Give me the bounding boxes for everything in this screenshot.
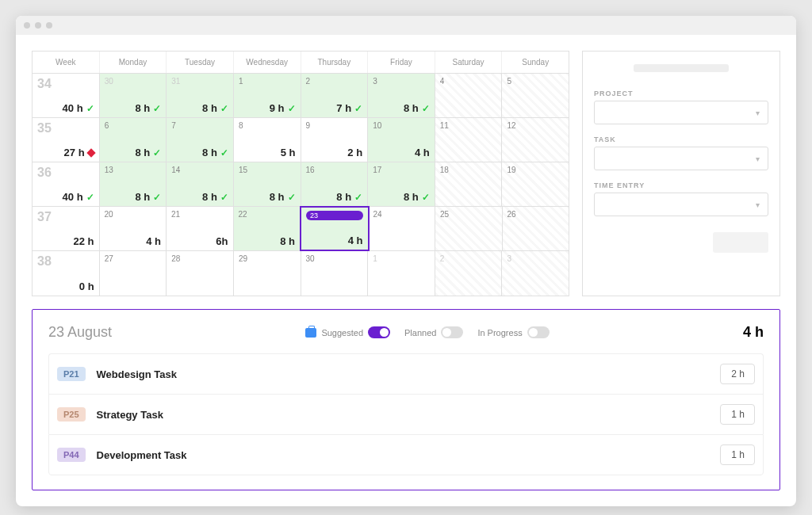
filter-suggested: Suggested — [305, 326, 390, 338]
calendar-day-cell[interactable]: 28 — [167, 251, 234, 296]
calendar-day-cell[interactable]: 92 h — [301, 118, 369, 162]
day-detail-panel: 23 August Suggested Planned In Progress — [32, 309, 780, 490]
calendar: WeekMondayTuesdayWednesdayThursdayFriday… — [32, 51, 569, 296]
calendar-day-cell[interactable]: 68 h✓ — [100, 118, 167, 162]
calendar-day-cell[interactable]: 148 h✓ — [167, 162, 234, 206]
calendar-day-cell[interactable]: 25 — [435, 207, 503, 250]
filter-planned: Planned — [404, 326, 463, 338]
week-summary-cell: 3640 h✓ — [33, 162, 100, 206]
task-dropdown[interactable]: ▾ — [594, 147, 768, 170]
calendar-day-cell[interactable]: 12 — [502, 118, 569, 162]
day-hours: 8 h✓ — [202, 191, 228, 203]
day-number: 15 — [239, 166, 296, 174]
day-number: 2 — [440, 254, 497, 263]
task-row[interactable]: P25Strategy Task1 h — [48, 394, 764, 434]
inprogress-toggle[interactable] — [527, 326, 550, 338]
calendar-day-cell[interactable]: 27 — [100, 251, 167, 296]
calendar-row: 3527 h68 h✓78 h✓85 h92 h104 h1112 — [33, 118, 569, 162]
check-icon: ✓ — [354, 192, 362, 203]
day-number: 25 — [440, 210, 497, 219]
entry-dropdown[interactable]: ▾ — [594, 193, 768, 216]
calendar-day-cell[interactable]: 27 h✓ — [301, 74, 369, 117]
week-number: 37 — [37, 210, 52, 224]
day-hours: 8 h✓ — [404, 102, 430, 114]
calendar-day-cell[interactable]: 1 — [368, 251, 435, 296]
day-number: 19 — [507, 166, 564, 174]
task-name: Development Task — [97, 449, 709, 461]
calendar-day-cell[interactable]: 4 — [435, 74, 503, 117]
calendar-day-cell[interactable]: 3 — [502, 251, 569, 296]
day-number: 10 — [373, 121, 430, 130]
day-number: 1 — [239, 77, 296, 86]
calendar-day-cell[interactable]: 38 h✓ — [368, 74, 435, 117]
calendar-day-cell[interactable]: 85 h — [234, 118, 301, 162]
planned-toggle[interactable] — [441, 326, 463, 338]
suggested-toggle[interactable] — [368, 326, 390, 338]
day-number: 3 — [373, 77, 430, 86]
task-hours-input[interactable]: 2 h — [720, 364, 755, 384]
calendar-day-cell[interactable]: 19 h✓ — [234, 74, 301, 117]
calendar-day-cell[interactable]: 318 h✓ — [167, 74, 234, 117]
calendar-day-cell[interactable]: 18 — [435, 162, 503, 206]
calendar-day-cell[interactable]: 216h — [167, 207, 234, 250]
calendar-day-cell[interactable]: 26 — [503, 207, 569, 250]
day-number: 21 — [171, 210, 228, 219]
day-number: 5 — [507, 77, 564, 86]
calendar-day-cell[interactable]: 24 — [369, 207, 436, 250]
day-hours: 4 h — [146, 235, 161, 247]
task-row[interactable]: P44Development Task1 h — [48, 434, 764, 475]
calendar-header-cell: Monday — [100, 52, 167, 73]
calendar-header-cell: Friday — [368, 52, 435, 73]
calendar-day-cell[interactable]: 234 h — [300, 206, 370, 251]
calendar-header-cell: Week — [33, 52, 100, 73]
week-total-hours: 22 h — [73, 235, 94, 247]
day-number: 2 — [306, 77, 363, 86]
check-icon: ✓ — [86, 103, 94, 114]
check-icon: ✓ — [288, 103, 296, 114]
calendar-header-cell: Tuesday — [167, 52, 234, 73]
entry-field-group: TIME ENTRY ▾ — [594, 181, 768, 216]
day-hours: 8 h✓ — [135, 147, 161, 158]
submit-button-skeleton[interactable] — [713, 232, 768, 253]
calendar-day-cell[interactable]: 19 — [502, 162, 569, 206]
check-icon: ✓ — [86, 192, 94, 203]
calendar-row: 380 h27282930123 — [33, 251, 569, 296]
calendar-day-cell[interactable]: 228 h — [234, 207, 301, 250]
task-hours-input[interactable]: 1 h — [720, 444, 755, 465]
day-number: 31 — [171, 77, 228, 86]
project-dropdown[interactable]: ▾ — [594, 101, 768, 124]
day-hours: 8 h✓ — [202, 147, 228, 158]
calendar-day-cell[interactable]: 5 — [502, 74, 569, 117]
task-row[interactable]: P21Webdesign Task2 h — [48, 353, 764, 394]
calendar-day-cell[interactable]: 308 h✓ — [100, 74, 167, 117]
day-number: 20 — [105, 210, 162, 219]
day-number: 24 — [373, 210, 431, 219]
day-number: 29 — [239, 254, 296, 263]
day-hours: 4 h — [415, 147, 430, 158]
calendar-day-cell[interactable]: 2 — [435, 251, 503, 296]
day-hours: 5 h — [281, 147, 296, 158]
calendar-day-cell[interactable]: 158 h✓ — [234, 162, 301, 206]
calendar-day-cell[interactable]: 168 h✓ — [301, 162, 369, 206]
calendar-day-cell[interactable]: 30 — [301, 251, 369, 296]
day-number: 13 — [105, 166, 162, 174]
calendar-day-cell[interactable]: 11 — [435, 118, 503, 162]
day-number: 30 — [306, 254, 363, 263]
calendar-day-cell[interactable]: 104 h — [368, 118, 435, 162]
day-hours: 9 h✓ — [270, 102, 296, 114]
chevron-down-icon: ▾ — [756, 109, 760, 117]
calendar-day-cell[interactable]: 178 h✓ — [368, 162, 435, 206]
calendar-day-cell[interactable]: 204 h — [100, 207, 167, 250]
day-hours: 6h — [216, 235, 228, 247]
calendar-day-cell[interactable]: 138 h✓ — [100, 162, 167, 206]
alert-diamond-icon — [86, 148, 95, 157]
project-label: PROJECT — [594, 90, 768, 97]
detail-date: 23 August — [48, 324, 112, 341]
task-hours-input[interactable]: 1 h — [720, 404, 755, 425]
calendar-row: 3722 h204 h216h228 h234 h242526 — [33, 207, 569, 251]
calendar-row: 3640 h✓138 h✓148 h✓158 h✓168 h✓178 h✓181… — [33, 162, 569, 207]
day-hours: 8 h✓ — [202, 102, 228, 114]
calendar-day-cell[interactable]: 29 — [234, 251, 301, 296]
calendar-day-cell[interactable]: 78 h✓ — [167, 118, 234, 162]
filter-inprogress: In Progress — [477, 326, 549, 338]
